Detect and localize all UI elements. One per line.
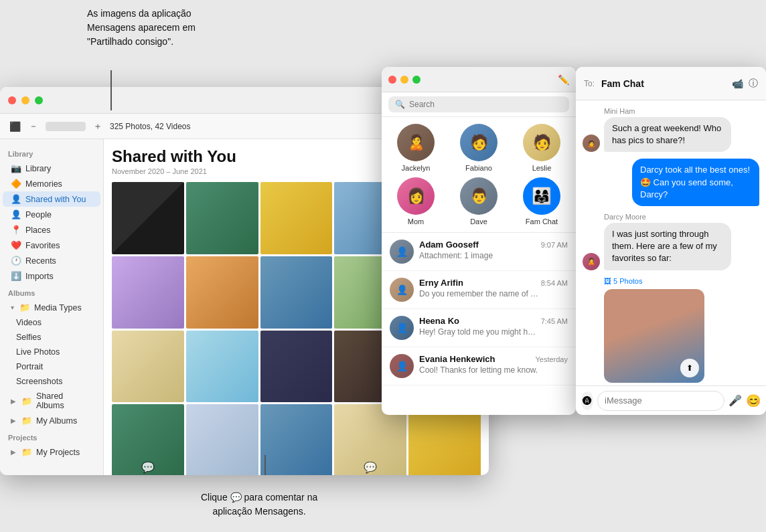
conv-preview-heena: Hey! Gray told me you might have some go…	[419, 327, 540, 337]
chat-messages-area: Mini Ham 🙍 Such a great weekend! Who has…	[576, 100, 766, 385]
sidebar-item-places[interactable]: 📍 Places	[3, 222, 100, 238]
close-button[interactable]	[8, 96, 16, 104]
recents-icon: 🕐	[11, 256, 21, 266]
search-magnifier-icon: 🔍	[395, 100, 405, 109]
photo-cell[interactable]	[186, 256, 258, 329]
sidebar-item-my-projects[interactable]: ▶ 📁 My Projects	[3, 444, 100, 460]
library-section-title: Library	[0, 145, 103, 161]
comment-icon[interactable]: 💬	[364, 461, 377, 474]
conversation-item-adam[interactable]: 👤 Adam Gooseff 9:07 AM Attachment: 1 ima…	[382, 233, 576, 271]
pinned-name-dave: Dave	[470, 217, 487, 226]
photo-cell[interactable]	[260, 256, 333, 329]
sidebar-item-imports[interactable]: ⬇️ Imports	[3, 268, 100, 284]
avatar-mini-ham: 🙍	[583, 135, 600, 152]
video-call-icon[interactable]: 📹	[732, 78, 743, 89]
pinned-contact-fam-chat[interactable]: 👨‍👩‍👧 Fam Chat	[513, 177, 570, 226]
photos-badge: 🖼 5 Photos	[604, 277, 759, 285]
zoom-in-icon[interactable]: ＋	[91, 120, 104, 133]
photo-cell[interactable]: 💬	[334, 404, 406, 475]
fullscreen-button[interactable]	[35, 96, 43, 104]
conversation-item-evania[interactable]: 👤 Evania Henkewich Yesterday Cool! Thank…	[382, 347, 576, 385]
photo-cell[interactable]	[260, 404, 333, 475]
shared-with-you-icon: 👤	[11, 194, 21, 204]
conv-body-evania: Evania Henkewich Yesterday Cool! Thanks …	[419, 354, 568, 375]
avatar-adam: 👤	[390, 240, 414, 264]
sidebar-item-media-types[interactable]: ▾ 📁 Media Types	[3, 300, 100, 315]
media-types-icon: 📁	[19, 302, 30, 313]
photo-cell[interactable]	[260, 182, 333, 254]
photo-cell[interactable]	[112, 182, 184, 254]
sidebar-item-shared-with-you[interactable]: 👤 Shared with You	[3, 191, 100, 207]
sidebar-item-memories[interactable]: 🔶 Memories	[3, 176, 100, 191]
pinned-name-fabiano: Fabiano	[465, 164, 492, 172]
minimize-button[interactable]	[21, 96, 29, 104]
imessage-input[interactable]	[597, 391, 724, 411]
photo-cell[interactable]	[186, 331, 258, 403]
sidebar-item-live-photos[interactable]: Live Photos	[3, 345, 100, 359]
photo-cell[interactable]	[408, 404, 481, 475]
pinned-contact-dave[interactable]: 👨 Dave	[450, 177, 508, 226]
photo-cell[interactable]	[186, 404, 258, 475]
sidebar-item-portrait[interactable]: Portrait	[3, 359, 100, 374]
zoom-slider[interactable]	[46, 122, 86, 131]
msg-minimize-button[interactable]	[400, 76, 408, 84]
comment-icon[interactable]: 💬	[141, 461, 155, 474]
bubble-sent: Darcy took all the best ones! 🤩 Can you …	[632, 159, 759, 206]
sidebar-item-my-albums[interactable]: ▶ 📁 My Albums	[3, 413, 100, 428]
conv-header-adam: Adam Gooseff 9:07 AM	[419, 240, 568, 250]
chat-titlebar: To: Fam Chat 📹 ⓘ	[576, 67, 766, 100]
pinned-name-fam-chat: Fam Chat	[526, 217, 558, 226]
chat-detail-window: To: Fam Chat 📹 ⓘ Mini Ham 🙍 Such a great…	[576, 67, 766, 415]
slideshow-icon[interactable]: ⬛	[8, 120, 21, 133]
sidebar-item-people[interactable]: 👤 People	[3, 207, 100, 222]
pinned-contact-leslie[interactable]: 🧑 Leslie	[513, 124, 570, 172]
photo-cell[interactable]	[260, 331, 333, 403]
sidebar-item-favorites[interactable]: ❤️ Favorites	[3, 238, 100, 253]
sidebar-item-selfies[interactable]: Selfies	[3, 330, 100, 345]
photo-cell[interactable]	[112, 256, 184, 329]
sender-name-mini-ham: Mini Ham	[604, 107, 759, 115]
info-circle-icon[interactable]: ⓘ	[749, 78, 758, 90]
messages-search-input[interactable]	[409, 100, 562, 109]
pinned-name-jackelyn: Jackelyn	[402, 164, 431, 172]
conv-name-evania: Evania Henkewich	[419, 354, 495, 364]
msg-fullscreen-button[interactable]	[412, 76, 420, 84]
message-row-sent: Darcy took all the best ones! 🤩 Can you …	[583, 159, 759, 206]
sidebar-item-screenshots[interactable]: Screenshots	[3, 374, 100, 389]
conversation-item-erny[interactable]: 👤 Erny Arifin 8:54 AM Do you remember th…	[382, 271, 576, 309]
pinned-contacts-section: 🙎 Jackelyn 🧑 Fabiano 🧑 Leslie 👩 Mom 👨 Da…	[382, 117, 576, 233]
photo-cell[interactable]	[186, 182, 258, 254]
annotation-line-bottom	[264, 455, 266, 475]
emoji-button[interactable]: 😊	[746, 393, 761, 408]
conversation-item-heena[interactable]: 👤 Heena Ko 7:45 AM Hey! Gray told me you…	[382, 309, 576, 347]
conv-body-adam: Adam Gooseff 9:07 AM Attachment: 1 image	[419, 240, 568, 260]
msg-close-button[interactable]	[388, 76, 396, 84]
imports-icon: ⬇️	[11, 271, 21, 281]
compose-icon[interactable]: ✏️	[558, 74, 569, 85]
memoji-button[interactable]: 🅐	[581, 391, 593, 410]
pinned-contact-jackelyn[interactable]: 🙎 Jackelyn	[387, 124, 445, 172]
my-albums-icon: 📁	[21, 416, 32, 426]
pinned-name-mom: Mom	[408, 217, 424, 226]
people-icon: 👤	[11, 209, 21, 219]
avatar-jackelyn: 🙎	[397, 124, 435, 161]
photo-share-button[interactable]: ⬆	[680, 359, 699, 377]
conv-preview-adam: Attachment: 1 image	[419, 251, 540, 260]
message-row-mini-ham: 🙍 Such a great weekend! Who has pics to …	[583, 117, 759, 152]
avatar-fabiano: 🧑	[460, 124, 497, 161]
sidebar-item-shared-albums[interactable]: ▶ 📁 Shared Albums	[3, 389, 100, 413]
photo-cell[interactable]: 💬	[112, 404, 184, 475]
audio-record-icon[interactable]: 🎤	[729, 394, 742, 407]
sidebar-item-recents[interactable]: 🕐 Recents	[3, 253, 100, 268]
sidebar-item-videos[interactable]: Videos	[3, 315, 100, 330]
avatar-fam-chat: 👨‍👩‍👧	[523, 177, 560, 215]
photo-cell[interactable]	[112, 331, 184, 403]
shared-photo-preview[interactable]: ⬆	[604, 289, 704, 383]
conv-time-evania: Yesterday	[535, 355, 568, 363]
conv-header-evania: Evania Henkewich Yesterday	[419, 354, 568, 364]
zoom-out-icon[interactable]: －	[27, 120, 40, 133]
sidebar-item-library[interactable]: 📷 Library	[3, 161, 100, 176]
pinned-contact-fabiano[interactable]: 🧑 Fabiano	[450, 124, 508, 172]
pinned-contact-mom[interactable]: 👩 Mom	[387, 177, 445, 226]
conv-time-heena: 7:45 AM	[541, 317, 568, 325]
